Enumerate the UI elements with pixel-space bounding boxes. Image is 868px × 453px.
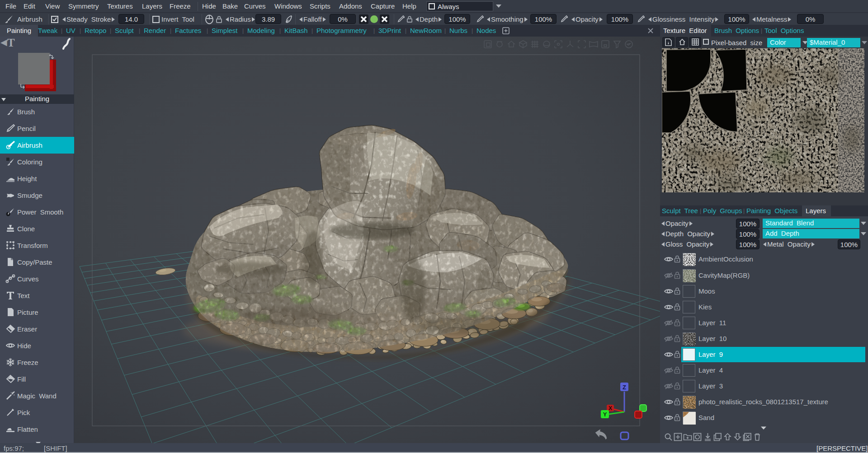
svg-text:Z: Z xyxy=(623,384,626,391)
svg-text:Y: Y xyxy=(603,411,607,418)
svg-text:X: X xyxy=(609,405,612,411)
